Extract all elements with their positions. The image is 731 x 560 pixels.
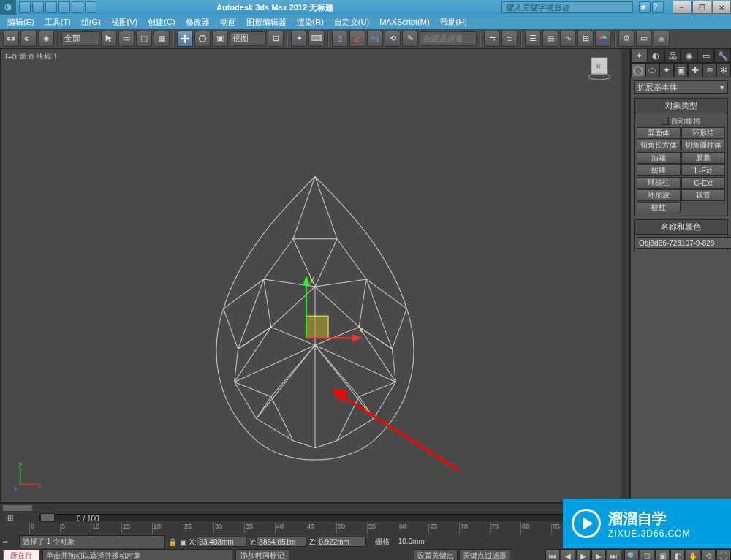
qat-redo-icon[interactable] [72,1,83,13]
close-button[interactable]: ✕ [712,1,731,14]
view-cube[interactable]: 前 [586,53,615,83]
select-scale-icon[interactable]: ▣ [212,31,228,47]
object-type-button[interactable]: 纺锤 [637,164,681,176]
qat-new-icon[interactable] [19,1,31,13]
selection-filter-dropdown[interactable]: 全部 [61,31,99,46]
coord-z-input[interactable] [317,537,366,547]
nav-pan-icon[interactable]: ✋ [686,549,700,560]
play-icon[interactable]: ▶ [576,549,591,560]
ref-coord-dropdown[interactable]: 视图 [230,31,266,46]
edit-named-sel-icon[interactable]: ✎ [402,31,418,47]
app-logo[interactable]: ③ [0,0,16,15]
sub-helpers-icon[interactable]: ✚ [688,63,702,77]
percent-snap-icon[interactable]: % [367,31,383,47]
sub-lights-icon[interactable]: ✦ [659,63,674,77]
qat-undo-icon[interactable] [58,1,70,13]
star-icon[interactable]: ★ [639,1,651,13]
object-type-button[interactable]: 异面体 [637,127,681,139]
time-slider-track[interactable]: 0 / 100 [39,514,654,521]
object-type-button[interactable]: 油罐 [637,152,681,164]
time-ruler[interactable]: 0510152025303540455055606570758085909510… [29,523,643,534]
rollup-head-objtype[interactable]: 对象类型 [635,99,727,113]
goto-start-icon[interactable]: ⏮ [545,549,560,560]
window-crossing-icon[interactable]: ▦ [154,31,170,47]
rendered-frame-icon[interactable]: ▭ [636,31,652,47]
select-region-icon[interactable]: ▢ [136,31,152,47]
menu-maxscript[interactable]: MAXScript(M) [375,16,433,28]
isolate-icon[interactable]: ▣ [180,538,186,546]
snap-toggle-icon[interactable]: 3 [332,31,348,47]
nav-zoom-extents-icon[interactable]: ▣ [655,549,670,560]
menu-edit[interactable]: 编辑(E) [3,15,39,29]
nav-fov-icon[interactable]: ◧ [670,549,685,560]
object-type-button[interactable]: 环形波 [637,189,681,201]
sub-cameras-icon[interactable]: ▣ [674,63,689,77]
tab-create[interactable]: ✦ [631,48,648,63]
goto-end-icon[interactable]: ⏭ [607,549,621,560]
category-dropdown[interactable]: 扩展基本体▾ [634,80,728,94]
schematic-view-icon[interactable]: ⊞ [577,31,594,47]
keyboard-shortcut-icon[interactable]: ⌨ [308,31,325,47]
nav-orbit-icon[interactable]: ⟲ [701,549,716,560]
minimize-button[interactable]: − [673,1,692,14]
time-slider-thumb[interactable] [40,513,55,522]
menu-modifiers[interactable]: 修改器 [181,15,214,29]
bind-spacewarp-icon[interactable]: ◈ [38,31,54,47]
key-filters-button[interactable]: 关键点过滤器 [459,549,510,560]
nav-maximize-icon[interactable]: ⛶ [716,549,731,560]
prev-frame-icon[interactable]: ◀ [561,549,575,560]
menu-customize[interactable]: 自定义(U) [330,15,374,29]
unlink-icon[interactable] [20,31,37,47]
tab-motion[interactable]: ◉ [681,48,697,63]
layer-manager-icon[interactable]: ☰ [525,31,541,47]
tab-modify[interactable]: ◐ [648,48,664,63]
sub-shapes-icon[interactable]: ⬭ [645,63,660,77]
object-type-button[interactable]: 切角圆柱体 [681,140,725,151]
object-type-button[interactable]: 胶囊 [681,152,725,164]
tab-utilities[interactable]: 🔧 [714,48,731,63]
menu-grapheditors[interactable]: 图形编辑器 [242,15,291,29]
qat-more-icon[interactable] [85,1,96,13]
object-type-button[interactable]: L-Ext [681,164,725,176]
angle-snap-icon[interactable] [349,31,366,47]
select-rotate-icon[interactable] [194,31,211,47]
viewport-scrollbar-v[interactable] [621,49,629,502]
render-setup-icon[interactable]: ⚙ [618,31,635,47]
manipulate-icon[interactable]: ✦ [291,31,307,47]
material-editor-icon[interactable] [595,31,611,47]
qat-save-icon[interactable] [45,1,57,13]
lock-selection-icon[interactable]: ━ [3,538,16,546]
curve-editor-icon[interactable]: ∿ [560,31,576,47]
spinner-snap-icon[interactable]: ⟲ [385,31,401,47]
menu-tools[interactable]: 工具(T) [40,15,75,29]
maximize-button[interactable]: ❐ [692,1,711,14]
qat-open-icon[interactable] [32,1,44,13]
menu-animation[interactable]: 动画 [216,15,240,29]
set-key-button[interactable]: 设置关键点 [414,549,458,560]
object-type-button[interactable]: 切角长方体 [637,140,681,151]
script-listener-button[interactable]: 所在行 [3,550,39,560]
next-frame-icon[interactable]: ▶ [591,549,606,560]
sub-systems-icon[interactable]: ✻ [716,63,731,77]
object-type-button[interactable]: 棱柱 [637,202,681,213]
menu-help[interactable]: 帮助(H) [436,15,471,29]
object-name-input[interactable] [637,237,731,249]
pivot-center-icon[interactable]: ⊡ [268,31,284,47]
object-type-button[interactable]: C-Ext [681,177,725,189]
select-move-icon[interactable] [177,31,193,47]
nav-zoom-all-icon[interactable]: ⊡ [640,549,654,560]
coord-x-input[interactable] [197,537,246,547]
add-time-tag-button[interactable]: 添加时间标记 [235,549,289,560]
coord-y-input[interactable] [257,537,306,547]
scrollbar-thumb[interactable] [3,505,32,511]
named-selection-dropdown[interactable]: 创建选择集 [420,31,477,46]
object-type-button[interactable]: 球棱柱 [637,177,681,189]
autogrid-checkbox[interactable] [662,118,669,125]
object-type-button[interactable]: 环形结 [681,127,725,139]
sub-spacewarps-icon[interactable]: ≋ [702,63,717,77]
track-config-icon[interactable]: ⊞ [3,514,18,522]
select-object-icon[interactable] [101,31,117,47]
render-production-icon[interactable] [654,31,670,47]
mirror-icon[interactable]: ⇋ [484,31,500,47]
help-icon[interactable]: ? [652,1,664,13]
